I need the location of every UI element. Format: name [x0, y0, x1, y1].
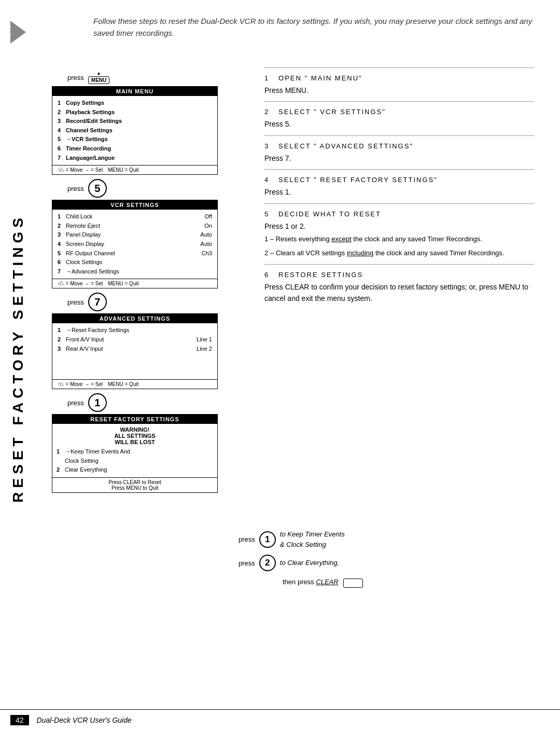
- press-circle-bottom-2: 2: [259, 555, 276, 571]
- press-label-3: press: [67, 298, 84, 306]
- step-1-header: 1 OPEN " MAIN MENU": [264, 73, 534, 82]
- menu-item-7: 7 Language/Langue: [58, 154, 212, 163]
- vcr-item-4: 4 Screen Display Auto: [58, 240, 212, 249]
- vcr-settings-body: 1 Child Lock Off 2 Remote Eject On 3 Pan…: [52, 210, 217, 279]
- diagram-step1: press ▲ MENU MAIN MENU 1 Copy Settings 2…: [52, 71, 239, 175]
- advanced-settings-title: ADVANCED SETTINGS: [52, 314, 217, 323]
- main-content: Follow these steps to reset the Dual-Dec…: [41, 0, 550, 716]
- reset-factory-footer: Press CLEAR to Reset Press MENU to Quit: [52, 477, 217, 492]
- press-1-row: press 1 to Keep Timer Events& Clock Sett…: [239, 529, 539, 549]
- page-number: 42: [10, 715, 29, 725]
- menu-item-4: 4 Channel Settings: [58, 126, 212, 135]
- vcr-settings-title: VCR SETTINGS: [52, 200, 217, 210]
- step-5-detail2: 2 – Clears all VCR settings including th…: [264, 248, 534, 259]
- vcr-item-7: 7 →Advanced Settings: [58, 267, 212, 277]
- adv-item-2: 2 Front A/V Input Line 1: [58, 335, 212, 345]
- step-1-title: OPEN " MAIN MENU": [278, 74, 362, 82]
- step-2-header: 2 SELECT " VCR SETTINGS": [264, 107, 534, 116]
- then-press-clear-row: then press CLEAR: [283, 576, 539, 588]
- advanced-settings-nav: ↑/↓ = Move → = Sel MENU = Quit: [52, 379, 217, 389]
- press-label-1: press: [67, 74, 84, 81]
- clear-button[interactable]: [343, 579, 363, 588]
- right-column-steps: 1 OPEN " MAIN MENU" Press MENU. 2 SELECT…: [264, 67, 534, 309]
- vcr-item-5: 5 RF Output Channel Ch3: [58, 249, 212, 258]
- press-2-label: press: [239, 559, 255, 567]
- press-circle-1: 1: [88, 393, 107, 412]
- menu-item-3: 3 Record/Edit Settings: [58, 117, 212, 126]
- main-menu-box: MAIN MENU 1 Copy Settings 2 Playback Set…: [52, 86, 218, 175]
- step-1-row: 1 OPEN " MAIN MENU" Press MENU.: [264, 67, 534, 101]
- step-3-header: 3 SELECT " ADVANCED SETTINGS": [264, 141, 534, 150]
- main-menu-body: 1 Copy Settings 2 Playback Settings 3 Re…: [52, 96, 217, 165]
- reset-factory-body: WARNING! ALL SETTINGS WILL BE LOST 1 →Ke…: [52, 424, 217, 477]
- step-5-header: 5 DECIDE WHAT TO RESET: [264, 209, 534, 218]
- press-2-text: to Clear Everything,: [280, 558, 339, 568]
- step-3-row: 3 SELECT " ADVANCED SETTINGS" Press 7.: [264, 135, 534, 169]
- step-2-body: Press 5.: [264, 118, 534, 130]
- adv-item-1: 1 →Reset Factory Settings: [58, 326, 212, 335]
- main-menu-nav: ↑/↓ = Move → = Sel MENU = Quit: [52, 165, 217, 174]
- step-4-title: SELECT " RESET FACTORY SETTINGS": [278, 176, 438, 184]
- step-5-detail1: 1 – Resets everything except the clock a…: [264, 234, 534, 245]
- rf-item-2: 2 Clear Everything: [57, 465, 213, 475]
- press-row-7: press 7: [67, 293, 239, 311]
- press-row-1: press 1: [67, 393, 239, 412]
- menu-item-6: 6 Timer Recording: [58, 144, 212, 154]
- vertical-title-section: RESET FACTORY SETTINGS: [0, 0, 36, 716]
- vcr-item-3: 3 Panel Display Auto: [58, 230, 212, 240]
- triangle-arrow-icon: [10, 21, 26, 44]
- step-1-body: Press MENU.: [264, 85, 534, 96]
- rf-item-1: 1 →Keep Timer Events And: [57, 447, 213, 457]
- press-row-5: press 5: [67, 179, 239, 198]
- reset-factory-box: RESET FACTORY SETTINGS WARNING! ALL SETT…: [52, 414, 218, 493]
- step-5-body: Press 1 or 2.: [264, 221, 534, 232]
- vcr-settings-box: VCR SETTINGS 1 Child Lock Off 2 Remote E…: [52, 200, 218, 288]
- page-vertical-title: RESET FACTORY SETTINGS: [10, 214, 26, 503]
- advanced-settings-box: ADVANCED SETTINGS 1 →Reset Factory Setti…: [52, 313, 218, 389]
- press-label-4: press: [67, 399, 84, 407]
- press-1-label: press: [239, 535, 255, 543]
- page-footer: 42 Dual-Deck VCR User's Guide: [0, 709, 560, 730]
- step-6-title: RESTORE SETTINGS: [278, 271, 363, 279]
- diagram-step4: press 1 RESET FACTORY SETTINGS WARNING! …: [52, 393, 239, 493]
- rf-item-1b: Clock Setting: [57, 457, 213, 466]
- menu-item-2: 2 Playback Settings: [58, 108, 212, 117]
- main-menu-title: MAIN MENU: [52, 87, 217, 96]
- vcr-item-1: 1 Child Lock Off: [58, 212, 212, 222]
- step-5-title: DECIDE WHAT TO RESET: [278, 210, 381, 218]
- then-press-label: then press: [283, 578, 316, 586]
- press-row-menu: press ▲ MENU: [67, 71, 239, 84]
- menu-button-icon: MENU: [88, 76, 109, 84]
- bottom-press-section: press 1 to Keep Timer Events& Clock Sett…: [239, 529, 539, 588]
- warning-text-2: ALL SETTINGS: [57, 433, 213, 439]
- step-6-body: Press CLEAR to confirm your decision to …: [264, 281, 534, 305]
- advanced-settings-body: 1 →Reset Factory Settings 2 Front A/V In…: [52, 323, 217, 379]
- step-2-title: SELECT " VCR SETTINGS": [278, 108, 386, 116]
- menu-item-5: 5 →VCR Settings: [58, 135, 212, 144]
- press-label-2: press: [67, 185, 84, 192]
- step-3-body: Press 7.: [264, 153, 534, 164]
- step-5-row: 5 DECIDE WHAT TO RESET Press 1 or 2. 1 –…: [264, 203, 534, 264]
- step-6-row: 6 RESTORE SETTINGS Press CLEAR to confir…: [264, 264, 534, 310]
- warning-text-3: WILL BE LOST: [57, 439, 213, 445]
- press-circle-7: 7: [88, 293, 107, 311]
- left-column-diagrams: press ▲ MENU MAIN MENU 1 Copy Settings 2…: [52, 67, 239, 497]
- vcr-item-6: 6 Clock Settings: [58, 258, 212, 267]
- diagram-step2: press 5 VCR SETTINGS 1 Child Lock Off 2: [52, 179, 239, 288]
- warning-text-1: WARNING!: [57, 426, 213, 433]
- vcr-item-2: 2 Remote Eject On: [58, 222, 212, 231]
- clear-label: CLEAR: [316, 578, 338, 586]
- step-4-body: Press 1.: [264, 186, 534, 198]
- vcr-settings-nav: ↑/↓ = Move → = Sel MENU = Quit: [52, 279, 217, 288]
- step-4-header: 4 SELECT " RESET FACTORY SETTINGS": [264, 175, 534, 184]
- diagram-step3: press 7 ADVANCED SETTINGS 1 →Reset Facto…: [52, 293, 239, 389]
- menu-item-1: 1 Copy Settings: [58, 99, 212, 108]
- step-2-row: 2 SELECT " VCR SETTINGS" Press 5.: [264, 101, 534, 135]
- reset-footer-1: Press CLEAR to Reset: [57, 479, 213, 485]
- press-2-inline: press 2 to Clear Everything,: [239, 555, 539, 571]
- press-circle-bottom-1: 1: [259, 531, 276, 548]
- intro-text: Follow these steps to reset the Dual-Dec…: [93, 16, 539, 39]
- reset-footer-2: Press MENU to Quit: [57, 485, 213, 491]
- step-6-header: 6 RESTORE SETTINGS: [264, 270, 534, 279]
- adv-item-3: 3 Rear A/V Input Line 2: [58, 345, 212, 354]
